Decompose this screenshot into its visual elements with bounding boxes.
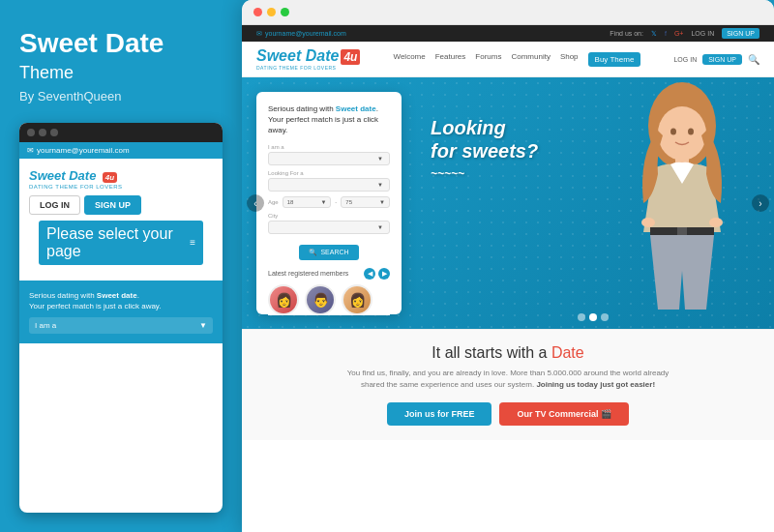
svg-point-7 [641, 218, 655, 227]
members-strip-header: Latest registered members ◀ ▶ [268, 268, 390, 280]
topbar-login[interactable]: LOG IN [691, 30, 714, 37]
nav-welcome[interactable]: Welcome [394, 52, 426, 67]
join-free-button[interactable]: Join us for FREE [387, 402, 492, 426]
topbar-right: Find us on: 𝕏 f G+ LOG IN SIGN UP [610, 28, 759, 39]
mobile-page-select[interactable]: Please select your page ≡ [39, 221, 203, 265]
hero-text-overlay: Looking for sweets? ~~~~~ [431, 116, 538, 181]
member-avatar-2: 👨 [305, 284, 336, 315]
browser-chrome [242, 0, 774, 25]
members-prev-button[interactable]: ◀ [364, 268, 375, 280]
hero-dot-1[interactable] [578, 313, 585, 321]
hero-prev-button[interactable]: ‹ [247, 194, 264, 212]
svg-point-3 [688, 129, 694, 135]
site-hero: ‹ Serious dating with Sweet date. Your p… [242, 77, 774, 329]
mobile-email-bar: ✉ yourname@youremail.com [19, 142, 223, 159]
member-avatar-3: 👩 [342, 284, 372, 315]
hero-dots [578, 313, 609, 321]
app-author: By SeventhQueen [19, 89, 223, 103]
site-nav: Sweet Date 4u DATING THEME FOR LOVERS We… [242, 42, 774, 77]
nav-forums[interactable]: Forums [475, 52, 501, 67]
chevron-left-icon: ‹ [253, 198, 256, 209]
member-photo-2: 👨 [307, 286, 334, 313]
site-logo: Sweet Date [256, 47, 339, 65]
mobile-email: yourname@youremail.com [37, 146, 130, 155]
members-strip: Latest registered members ◀ ▶ 👩 👨 [268, 268, 390, 315]
site-bottom-buttons: Join us for FREE Our TV Commercial 🎬 [261, 402, 755, 426]
hero-right: Looking for sweets? ~~~~~ [411, 77, 774, 329]
nav-buy-theme[interactable]: Buy Theme [588, 52, 641, 67]
svg-rect-6 [677, 227, 687, 235]
nav-community[interactable]: Community [511, 52, 550, 67]
members-next-button[interactable]: ▶ [378, 268, 390, 280]
browser-minimize-dot [267, 8, 276, 16]
googleplus-icon: G+ [674, 30, 684, 37]
member-avatar-1: 👩 [268, 284, 299, 315]
looking-select-row: Looking For a ▼ [268, 170, 390, 192]
app-subtitle: Theme [19, 63, 223, 83]
search-button[interactable]: 🔍 SEARCH [299, 245, 358, 260]
left-panel: Sweet Date Theme By SeventhQueen ✉ yourn… [0, 0, 242, 532]
mobile-signup-button[interactable]: SIGN UP [84, 195, 141, 215]
mobile-logo-tagline: DATING THEME FOR LOVERS [29, 184, 123, 190]
browser-maximize-dot [281, 8, 289, 16]
iam-select[interactable]: ▼ [268, 152, 390, 165]
logo-tagline: DATING THEME FOR LOVERS [256, 65, 360, 71]
site-bottom-desc: You find us, finally, and you are alread… [339, 368, 677, 391]
chevron-down-icon: ▼ [379, 199, 385, 205]
mobile-logo: Sweet Date 4u DATING THEME FOR LOVERS [29, 166, 123, 190]
svg-point-1 [658, 106, 706, 161]
svg-point-8 [709, 218, 723, 227]
mobile-logo-row: Sweet Date 4u [29, 166, 123, 184]
hero-next-button[interactable]: › [752, 194, 769, 212]
chevron-down-icon: ▼ [377, 224, 383, 230]
hero-dot-2[interactable] [589, 313, 597, 321]
looking-select[interactable]: ▼ [268, 178, 390, 192]
app-title: Sweet Date [19, 29, 223, 59]
chevron-down-icon: ≡ [190, 237, 195, 248]
nav-shop[interactable]: Shop [560, 52, 579, 67]
browser-close-dot [253, 8, 262, 16]
age-max-select[interactable]: 75 ▼ [341, 196, 390, 208]
site-bottom: It all starts with a Date You find us, f… [242, 329, 774, 440]
mobile-select-label: Please select your page [46, 225, 190, 260]
topbar-email: ✉ yourname@youremail.com [256, 30, 346, 38]
nav-signup-button[interactable]: SIGN UP [702, 54, 742, 65]
mobile-search-section: Serious dating with Sweet date. Your per… [19, 281, 223, 343]
city-row: City ▼ [268, 213, 390, 234]
age-min-select[interactable]: 18 ▼ [283, 196, 332, 208]
city-select[interactable]: ▼ [268, 221, 390, 234]
mobile-search-text: Serious dating with Sweet date. Your per… [29, 290, 213, 311]
logo-badge: 4u [341, 49, 360, 65]
envelope-icon: ✉ [256, 30, 262, 38]
topbar-signup-button[interactable]: SIGN UP [722, 28, 759, 39]
search-icon[interactable]: 🔍 [748, 54, 759, 65]
hero-girl-image [610, 77, 755, 329]
chevron-down-icon: ▼ [377, 182, 383, 188]
hero-form-title: Serious dating with Sweet date. Your per… [268, 103, 390, 136]
mobile-iam-select[interactable]: I am a ▼ [29, 317, 213, 334]
hero-search-form: Serious dating with Sweet date. Your per… [256, 92, 402, 314]
nav-login[interactable]: LOG IN [673, 56, 697, 63]
site-nav-links: Welcome Features Forums Community Shop B… [394, 52, 641, 67]
facebook-icon: f [665, 30, 667, 37]
mobile-dot-3 [50, 129, 58, 136]
search-icon: 🔍 [309, 249, 317, 256]
members-avatars: 👩 👨 👩 [268, 284, 390, 315]
mobile-top-bar [19, 123, 223, 142]
hero-dot-3[interactable] [601, 313, 609, 321]
tv-commercial-button[interactable]: Our TV Commercial 🎬 [499, 402, 629, 426]
svg-point-2 [670, 129, 676, 135]
age-row: Age 18 ▼ - 75 ▼ [268, 196, 390, 208]
iam-select-row: I am a ▼ [268, 144, 390, 165]
website-content: ✉ yourname@youremail.com Find us on: 𝕏 f… [242, 25, 774, 532]
member-photo-3: 👩 [343, 286, 371, 313]
site-topbar: ✉ yourname@youremail.com Find us on: 𝕏 f… [242, 25, 774, 42]
mobile-login-button[interactable]: LOG IN [29, 195, 80, 215]
envelope-icon: ✉ [27, 146, 34, 155]
chevron-down-icon: ▼ [320, 199, 326, 205]
nav-features[interactable]: Features [435, 52, 466, 67]
site-bottom-wrapper: It all starts with a Date You find us, f… [242, 329, 774, 440]
right-panel: ✉ yourname@youremail.com Find us on: 𝕏 f… [242, 0, 774, 532]
members-nav: ◀ ▶ [364, 268, 390, 280]
site-logo-area: Sweet Date 4u DATING THEME FOR LOVERS [256, 47, 360, 71]
